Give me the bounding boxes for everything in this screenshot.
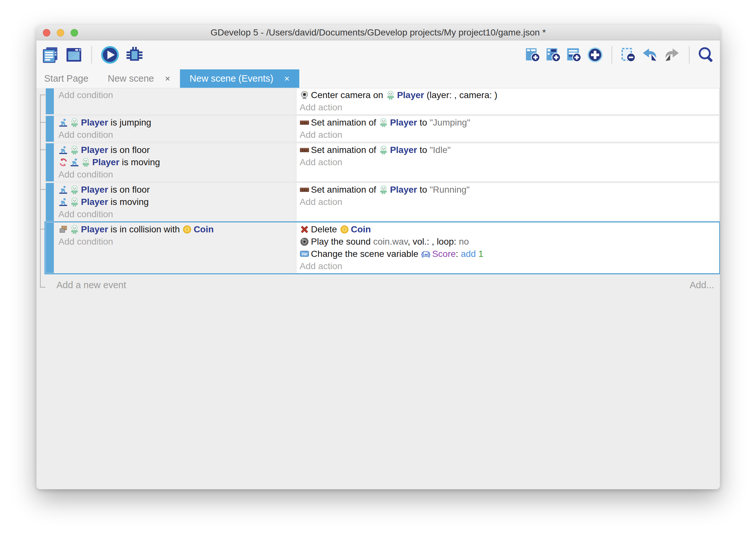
scene-editor-button[interactable] xyxy=(65,46,83,64)
debug-button[interactable] xyxy=(125,45,144,64)
action-line[interactable]: Play the sound coin.wav, vol.: , loop: n… xyxy=(296,235,719,248)
action-line[interactable]: VarChange the scene variable {}Score: ad… xyxy=(296,248,719,260)
conditions-cell: Player is jumpingAdd condition xyxy=(54,116,296,142)
condition-line[interactable]: Player is on floor xyxy=(54,184,296,196)
svg-text:Var: Var xyxy=(301,252,308,256)
action-line[interactable]: Delete 0Coin xyxy=(296,223,719,235)
text-segment: "Running" xyxy=(430,185,470,195)
action-line[interactable]: Center camera on Player (layer: , camera… xyxy=(296,89,719,101)
minimize-window-button[interactable] xyxy=(57,29,64,36)
text-segment: (layer: , camera: ) xyxy=(424,90,497,100)
add-condition-button[interactable]: Add condition xyxy=(54,89,296,101)
player-icon xyxy=(70,197,79,207)
add-action-button[interactable]: Add action xyxy=(296,101,719,114)
text-segment: is moving xyxy=(119,157,160,167)
text-segment: is on floor xyxy=(108,185,150,195)
condition-line[interactable]: Player is on floor xyxy=(54,144,296,156)
add-event-icon xyxy=(524,47,541,63)
add-action-button[interactable]: Add action xyxy=(296,156,719,168)
event-handle-bar[interactable] xyxy=(46,223,54,273)
scene-variable-icon: {} xyxy=(421,249,431,259)
tab-close-icon[interactable]: × xyxy=(284,74,289,84)
event-handle-bar[interactable] xyxy=(46,116,54,142)
svg-text:{: { xyxy=(421,251,423,258)
text-segment: Set animation of xyxy=(311,145,379,155)
animation-icon xyxy=(300,185,309,195)
add-event-button[interactable] xyxy=(524,47,541,63)
condition-line[interactable]: Player is in collision with 0Coin xyxy=(54,223,296,235)
condition-line[interactable]: Player is moving xyxy=(54,196,296,208)
tab-bar: Start PageNew scene×New scene (Events)× xyxy=(36,69,720,88)
delete-selection-button[interactable] xyxy=(620,47,636,63)
actions-cell: Center camera on Player (layer: , camera… xyxy=(296,88,719,114)
condition-line[interactable]: Player is moving xyxy=(54,156,296,168)
event-row[interactable]: Player is jumpingAdd conditionSet animat… xyxy=(46,115,719,142)
add-condition-button[interactable]: Add condition xyxy=(54,168,296,181)
variable-icon: Var xyxy=(300,249,309,259)
player-icon xyxy=(379,118,388,128)
event-row[interactable]: Player is in collision with 0CoinAdd con… xyxy=(46,222,719,273)
window-title: GDevelop 5 - /Users/david/Documents/GDev… xyxy=(36,27,720,38)
tab-start-page[interactable]: Start Page xyxy=(36,69,98,88)
search-icon xyxy=(697,46,715,64)
player-icon xyxy=(70,118,79,128)
add-condition-button[interactable]: Add condition xyxy=(54,129,296,141)
tab-new-scene-events[interactable]: New scene (Events)× xyxy=(180,69,299,88)
undo-button[interactable] xyxy=(641,46,659,64)
redo-icon xyxy=(663,46,681,64)
tab-label: New scene xyxy=(108,73,154,84)
text-segment: Coin xyxy=(351,224,371,234)
action-line[interactable]: Set animation of Player to "Running" xyxy=(296,184,719,196)
event-handle-bar[interactable] xyxy=(46,183,54,221)
tree-vertical-line xyxy=(40,95,41,287)
play-icon xyxy=(100,45,120,64)
toolbar-separator xyxy=(612,46,612,63)
action-line[interactable]: Set animation of Player to "Idle" xyxy=(296,144,719,156)
event-row[interactable]: Add conditionCenter camera on Player (la… xyxy=(46,88,719,114)
undo-icon xyxy=(641,46,659,64)
search-button[interactable] xyxy=(697,46,715,64)
event-row[interactable]: Player is on floorPlayer is movingAdd co… xyxy=(46,143,719,182)
condition-line[interactable]: Player is jumping xyxy=(54,116,296,129)
event-handle-bar[interactable] xyxy=(46,143,54,181)
tree-branch-line xyxy=(40,229,46,229)
invert-icon xyxy=(58,157,68,167)
actions-cell: Set animation of Player to "Idle"Add act… xyxy=(296,143,719,181)
title-bar[interactable]: GDevelop 5 - /Users/david/Documents/GDev… xyxy=(36,25,720,40)
add-action-button[interactable]: Add action xyxy=(296,196,719,208)
tab-new-scene[interactable]: New scene× xyxy=(98,69,180,88)
play-button[interactable] xyxy=(100,45,120,64)
project-manager-button[interactable] xyxy=(41,46,60,64)
text-segment: Set animation of xyxy=(311,117,379,128)
add-action-button[interactable]: Add action xyxy=(296,129,719,141)
player-icon xyxy=(70,145,79,155)
add-more-button[interactable]: Add... xyxy=(690,280,714,290)
add-condition-button[interactable]: Add condition xyxy=(54,208,296,221)
conditions-cell: Add condition xyxy=(54,88,296,114)
event-row[interactable]: Player is on floorPlayer is movingAdd co… xyxy=(46,183,719,222)
player-icon xyxy=(81,157,91,167)
add-new-event-button[interactable]: Add a new event xyxy=(57,280,126,290)
tree-branch-line xyxy=(40,122,46,123)
add-comment-button[interactable] xyxy=(566,47,582,63)
add-condition-button[interactable]: Add condition xyxy=(54,235,296,248)
text-segment: Player xyxy=(81,197,108,207)
tab-close-icon[interactable]: × xyxy=(165,74,170,84)
text-segment: Player xyxy=(390,117,417,128)
zoom-window-button[interactable] xyxy=(71,29,78,36)
actions-cell: Set animation of Player to "Jumping"Add … xyxy=(296,116,719,142)
player-icon xyxy=(379,185,388,195)
add-subevent-button[interactable] xyxy=(545,47,561,63)
conditions-cell: Player is on floorPlayer is movingAdd co… xyxy=(54,183,296,221)
redo-button[interactable] xyxy=(663,46,681,64)
add-more-button[interactable] xyxy=(586,46,604,63)
add-action-button[interactable]: Add action xyxy=(296,260,719,272)
text-segment: "Jumping" xyxy=(430,117,470,128)
svg-text:}: } xyxy=(428,251,430,258)
event-handle-bar[interactable] xyxy=(46,88,54,114)
text-segment: Delete xyxy=(311,224,340,234)
toolbar-separator xyxy=(689,46,690,63)
tree-branch-line xyxy=(40,149,46,150)
action-line[interactable]: Set animation of Player to "Jumping" xyxy=(296,116,719,129)
close-window-button[interactable] xyxy=(43,29,50,36)
